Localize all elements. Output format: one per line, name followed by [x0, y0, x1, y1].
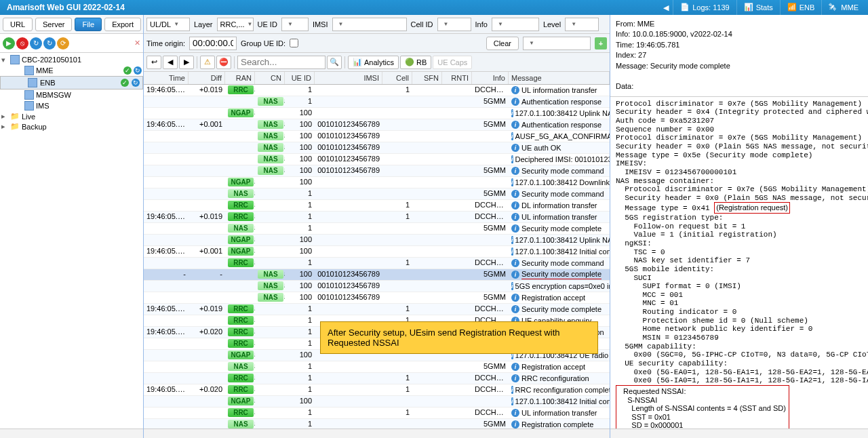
detail-body[interactable]: Protocol discriminator = 0x7e (5GS Mobil… — [610, 97, 868, 429]
info-icon[interactable]: i — [511, 109, 513, 117]
table-row[interactable]: RRC11DCCH-NRiUL information transfer — [144, 407, 610, 419]
clear-select[interactable]: ▼ — [523, 37, 591, 50]
info-icon[interactable]: i — [511, 178, 513, 186]
tree-mbmsgw[interactable]: MBMSGW — [0, 89, 143, 100]
tab-enb[interactable]: 📶ENB — [780, 0, 822, 15]
imsi-select[interactable]: ▼ — [332, 18, 407, 31]
server-button[interactable]: Server — [35, 18, 72, 31]
info-icon[interactable]: i — [511, 201, 519, 210]
table-row[interactable]: --NAS1000010101234567895GMMiSecurity mod… — [144, 269, 610, 281]
cellid-select[interactable]: ▼ — [437, 18, 471, 31]
time-origin-input[interactable] — [189, 37, 237, 50]
analytics-button[interactable]: 📊 Analytics — [348, 56, 399, 69]
table-row[interactable]: 19:46:05.800+0.019RRC11DCCH-NRiSecurity … — [144, 304, 610, 315]
tab-stats[interactable]: 📊Stats — [736, 0, 780, 15]
table-row[interactable]: NGAP100i127.0.1.100:38412 Downlink NAS t… — [144, 177, 610, 188]
table-row[interactable]: 19:46:05.781+0.001NGAP100i127.0.1.100:38… — [144, 246, 610, 258]
info-icon[interactable]: i — [511, 155, 513, 163]
table-row[interactable]: NAS100001010123456789iDeciphered IMSI: 0… — [144, 154, 610, 165]
export-button[interactable]: Export — [104, 18, 141, 31]
next-icon[interactable]: ▶ — [179, 56, 194, 69]
info-icon[interactable]: i — [511, 167, 519, 175]
detail-scrollbar[interactable] — [610, 429, 868, 438]
layer-select[interactable]: RRC,...▼ — [217, 18, 254, 31]
info-icon[interactable]: i — [511, 259, 519, 267]
warn-icon[interactable]: ⚠ — [200, 56, 215, 69]
table-row[interactable]: NAS100001010123456789iAUSF_5G_AKA_CONFIR… — [144, 131, 610, 142]
info-icon[interactable]: i — [511, 224, 519, 233]
close-icon[interactable]: ✕ — [134, 39, 140, 47]
table-row[interactable]: NAS1000010101234567895GMMiRegistration a… — [144, 292, 610, 304]
file-button[interactable]: File — [75, 18, 102, 31]
tab-logs[interactable]: 📄Logs: 1139 — [673, 0, 736, 15]
table-row[interactable]: RRC11DCCH-NRiDL information transfer — [144, 200, 610, 212]
url-button[interactable]: URL — [3, 18, 33, 31]
info-icon[interactable]: i — [511, 247, 513, 256]
tab-mme[interactable]: 🛰MME — [821, 0, 865, 15]
uldl-select[interactable]: UL/DL▼ — [146, 18, 190, 31]
table-row[interactable]: RRC11DCCH-NRiRRC reconfiguration — [144, 373, 610, 384]
tree-live[interactable]: ▸📁Live — [0, 111, 143, 121]
info-icon[interactable]: i — [511, 282, 513, 290]
add-button[interactable]: + — [595, 37, 607, 49]
info-icon[interactable]: i — [511, 132, 513, 140]
wrap-icon[interactable]: ↩ — [146, 56, 161, 69]
center-scrollbar[interactable] — [144, 429, 610, 438]
info-icon[interactable]: i — [511, 213, 519, 221]
collapse-left-icon[interactable]: ◀ — [659, 3, 673, 12]
table-row[interactable]: 19:46:05.840+0.020RRC11DCCH-NRiRRC recon… — [144, 384, 610, 396]
info-icon[interactable]: i — [511, 420, 519, 429]
info-icon[interactable]: i — [511, 98, 519, 106]
table-row[interactable]: RRC11DCCH-NRiSecurity mode command — [144, 258, 610, 269]
info-icon[interactable]: i — [511, 409, 519, 417]
tree-root[interactable]: ▾CBC-2021050101 — [0, 54, 143, 65]
error-icon[interactable]: ⛔ — [216, 56, 231, 69]
play-icon[interactable]: ▶ — [3, 37, 15, 49]
table-row[interactable]: NGAP100i127.0.1.100:38412 Initial contex… — [144, 396, 610, 407]
level-select[interactable]: ▼ — [565, 18, 599, 31]
info-select[interactable]: ▼ — [492, 18, 539, 31]
group-ueid-checkbox[interactable] — [290, 39, 298, 47]
info-icon[interactable]: i — [511, 305, 519, 313]
action-icon[interactable]: ⟳ — [57, 37, 69, 49]
info-icon[interactable]: i — [511, 236, 513, 244]
table-row[interactable]: NAS15GMMiAuthentication response — [144, 96, 610, 108]
search-icon[interactable]: 🔍 — [327, 56, 342, 69]
info-icon[interactable]: i — [511, 86, 519, 94]
table-row[interactable]: 19:46:05.780+0.019RRC11DCCH-NRiUL inform… — [144, 212, 610, 223]
info-icon[interactable]: i — [511, 190, 519, 198]
search-input[interactable] — [237, 56, 326, 69]
info-icon[interactable]: i — [511, 374, 519, 382]
tree-mme[interactable]: MME✓↻ — [0, 65, 143, 76]
table-row[interactable]: NAS1000010101234567895GMMiSecurity mode … — [144, 165, 610, 177]
rb-button[interactable]: 🟢 RB — [400, 56, 431, 69]
sidebar-scrollbar[interactable] — [0, 429, 143, 438]
info-icon[interactable]: i — [511, 121, 519, 129]
table-row[interactable]: NGAP100i127.0.1.100:38412 Uplink NAS tra… — [144, 235, 610, 246]
uecaps-button[interactable]: UE Caps — [433, 56, 472, 69]
refresh-icon[interactable]: ↻ — [30, 37, 42, 49]
table-row[interactable]: NAS15GMMiRegistration complete — [144, 419, 610, 429]
table-row[interactable]: NAS15GMMiRegistration accept — [144, 361, 610, 373]
tree-ims[interactable]: IMS — [0, 100, 143, 111]
table-row[interactable]: NGAP100i127.0.1.100:38412 Uplink NAS tra… — [144, 108, 610, 119]
info-icon[interactable]: i — [511, 363, 519, 371]
table-row[interactable]: NAS15GMMiSecurity mode command — [144, 188, 610, 200]
info-icon[interactable]: i — [511, 397, 513, 405]
tree-backup[interactable]: ▸📁Backup — [0, 121, 143, 132]
info-icon[interactable]: i — [511, 271, 519, 279]
prev-icon[interactable]: ◀ — [163, 56, 178, 69]
clear-button[interactable]: Clear — [486, 37, 519, 50]
table-row[interactable]: 19:46:05.760+0.019RRC11DCCH-NRiUL inform… — [144, 85, 610, 96]
stop-icon[interactable]: ⦸ — [16, 37, 28, 49]
refresh2-icon[interactable]: ↻ — [43, 37, 56, 49]
table-row[interactable]: NAS100001010123456789i5GS encryption cap… — [144, 281, 610, 292]
table-row[interactable]: 19:46:05.761+0.001NAS1000010101234567895… — [144, 119, 610, 131]
tree-enb[interactable]: ENB✓↻ — [0, 76, 143, 89]
table-row[interactable]: NAS15GMMiSecurity mode complete — [144, 223, 610, 235]
info-icon[interactable]: i — [511, 386, 513, 394]
info-icon[interactable]: i — [511, 294, 519, 302]
info-icon[interactable]: i — [511, 144, 519, 152]
log-grid[interactable]: TimeDiffRANCNUE IDIMSICellSFNRNTIInfoMes… — [144, 72, 610, 429]
ueid-select[interactable]: ▼ — [281, 18, 309, 31]
